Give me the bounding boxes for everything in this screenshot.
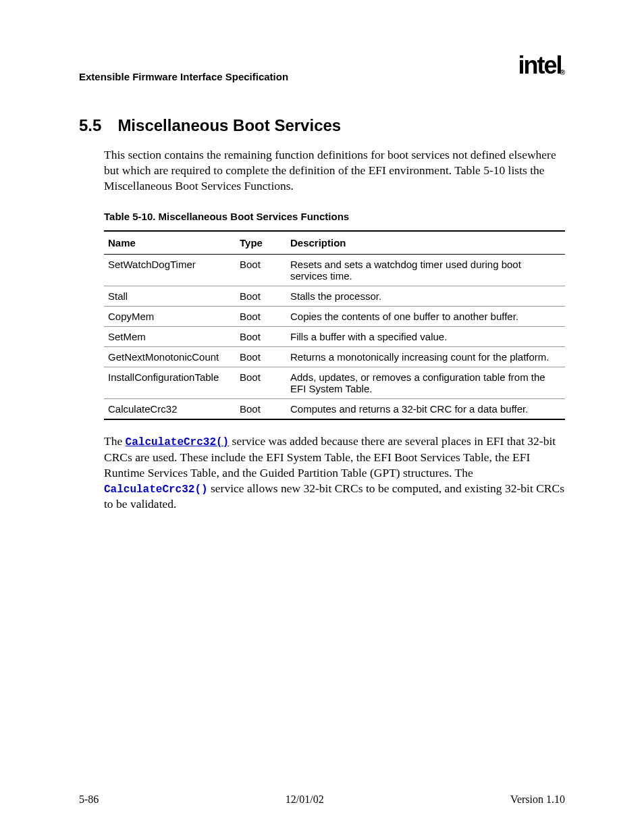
cell-type: Boot — [236, 307, 286, 327]
cell-name: Stall — [104, 286, 236, 307]
table-row: SetWatchDogTimerBootResets and sets a wa… — [104, 255, 565, 286]
table-caption: Table 5-10. Miscellaneous Boot Services … — [104, 211, 565, 222]
table-row: SetMemBootFills a buffer with a specifie… — [104, 327, 565, 347]
code-calculatecrc32: CalculateCrc32() — [104, 484, 208, 496]
cell-description: Computes and returns a 32-bit CRC for a … — [286, 399, 565, 420]
header-name: Name — [104, 231, 236, 255]
section-number: 5.5 — [79, 116, 101, 135]
cell-name: CopyMem — [104, 307, 236, 327]
cell-description: Resets and sets a watchdog timer used du… — [286, 255, 565, 286]
code-calculatecrc32-link[interactable]: CalculateCrc32() — [126, 436, 230, 448]
functions-table: Name Type Description SetWatchDogTimerBo… — [104, 230, 565, 420]
cell-name: InstallConfigurationTable — [104, 367, 236, 399]
footer-date: 12/01/02 — [286, 793, 324, 806]
table-row: CopyMemBootCopies the contents of one bu… — [104, 307, 565, 327]
cell-description: Copies the contents of one buffer to ano… — [286, 307, 565, 327]
document-title: Extensible Firmware Interface Specificat… — [79, 71, 288, 82]
cell-name: SetWatchDogTimer — [104, 255, 236, 286]
cell-name: SetMem — [104, 327, 236, 347]
cell-type: Boot — [236, 399, 286, 420]
cell-type: Boot — [236, 347, 286, 367]
header-type: Type — [236, 231, 286, 255]
cell-description: Returns a monotonically increasing count… — [286, 347, 565, 367]
table-row: CalculateCrc32BootComputes and returns a… — [104, 399, 565, 420]
table-header-row: Name Type Description — [104, 231, 565, 255]
cell-name: GetNextMonotonicCount — [104, 347, 236, 367]
page-header: Extensible Firmware Interface Specificat… — [79, 54, 565, 82]
cell-description: Adds, updates, or removes a configuratio… — [286, 367, 565, 399]
table-row: InstallConfigurationTableBootAdds, updat… — [104, 367, 565, 399]
cell-description: Fills a buffer with a specified value. — [286, 327, 565, 347]
cell-name: CalculateCrc32 — [104, 399, 236, 420]
cell-type: Boot — [236, 367, 286, 399]
footer-page-number: 5-86 — [79, 793, 99, 806]
header-description: Description — [286, 231, 565, 255]
table-row: StallBootStalls the processor. — [104, 286, 565, 307]
cell-type: Boot — [236, 255, 286, 286]
cell-type: Boot — [236, 327, 286, 347]
cell-description: Stalls the processor. — [286, 286, 565, 307]
section-title: Miscellaneous Boot Services — [117, 116, 341, 135]
section-heading: 5.5 Miscellaneous Boot Services — [79, 116, 565, 135]
closing-paragraph: The CalculateCrc32() service was added b… — [104, 434, 565, 512]
closing-prefix: The — [104, 434, 126, 448]
page-footer: 5-86 12/01/02 Version 1.10 — [79, 793, 565, 806]
table-row: GetNextMonotonicCountBootReturns a monot… — [104, 347, 565, 367]
footer-version: Version 1.10 — [510, 793, 565, 806]
intro-paragraph: This section contains the remaining func… — [104, 147, 565, 193]
intel-logo: intel® — [518, 51, 565, 80]
cell-type: Boot — [236, 286, 286, 307]
